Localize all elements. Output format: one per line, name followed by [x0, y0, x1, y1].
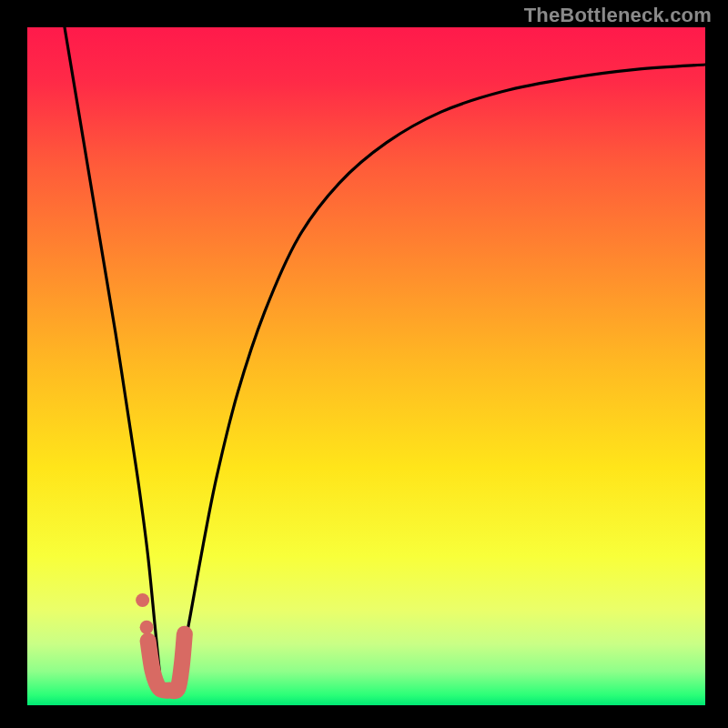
- plot-background: [27, 27, 705, 705]
- selected-range-dot: [140, 621, 154, 634]
- selected-range-dot: [136, 593, 149, 607]
- watermark-text: TheBottleneck.com: [524, 4, 712, 27]
- bottleneck-chart: [0, 0, 728, 728]
- chart-frame: { "watermark": "TheBottleneck.com", "cha…: [0, 0, 728, 728]
